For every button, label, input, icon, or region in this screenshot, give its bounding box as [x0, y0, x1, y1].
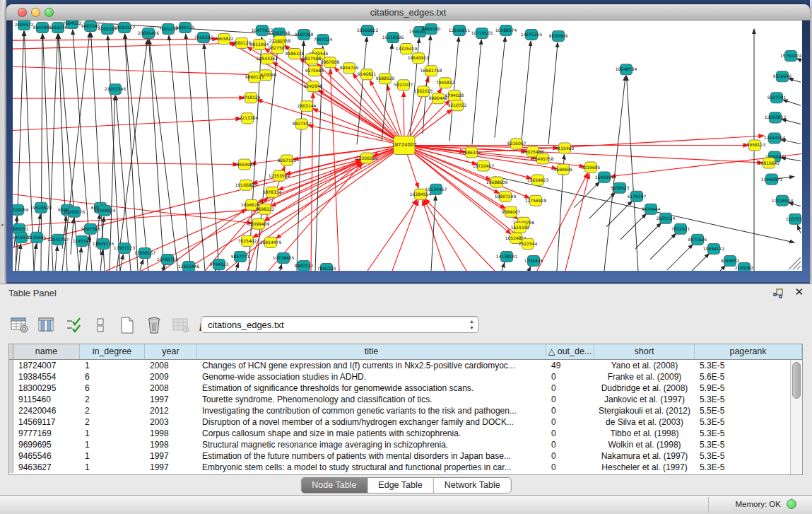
table-cell[interactable]: 1997 [145, 462, 197, 473]
table-cell[interactable]: 9115460 [13, 394, 80, 405]
table-cell[interactable]: 1 [80, 439, 145, 450]
table-cell[interactable]: 5.3E-5 [695, 428, 802, 439]
table-cell[interactable]: Wolkin et al. (1998) [594, 439, 695, 450]
table-row[interactable]: 1938455462009Genome-wide association stu… [9, 371, 802, 382]
network-window[interactable]: citations_edges.txt 24055728943955151927… [6, 4, 810, 282]
table-cell[interactable]: 5.5E-5 [695, 405, 802, 416]
table-cell[interactable]: Hescheler et al. (1997) [594, 462, 695, 473]
table-cell[interactable]: de Silva et al. (2003) [594, 416, 695, 428]
table-cell[interactable]: 19384554 [13, 371, 80, 382]
memory-status-indicator[interactable] [787, 499, 796, 509]
table-cell[interactable]: 9777169 [13, 428, 80, 439]
network-window-titlebar[interactable]: citations_edges.txt [6, 4, 810, 21]
table-cell[interactable]: Stergiakouli et al. (2012) [594, 405, 695, 416]
show-columns-icon[interactable] [37, 316, 56, 334]
table-cell[interactable]: 22420046 [13, 405, 80, 416]
splitter-collapse-icon[interactable]: ◂ [1, 222, 4, 228]
close-panel-icon[interactable]: ✕ [794, 286, 804, 298]
table-cell[interactable]: 1 [80, 428, 145, 439]
table-row[interactable]: 1872400712008Changes of HCN gene express… [9, 360, 802, 371]
new-table-icon[interactable] [117, 316, 136, 334]
select-rows-icon[interactable] [64, 316, 83, 334]
table-cell[interactable]: 2008 [145, 360, 197, 371]
table-row[interactable]: 946362711997Embryonic stem cells: a mode… [9, 462, 802, 473]
column-header-pagerank[interactable]: pagerank [695, 344, 802, 359]
table-settings-icon[interactable] [10, 316, 29, 334]
table-cell[interactable]: 0 [546, 428, 594, 439]
table-row[interactable]: 977716911998Corpus callosum shape and si… [9, 428, 802, 439]
table-cell[interactable]: 5.3E-5 [695, 439, 802, 450]
table-cell[interactable]: 18724007 [13, 360, 80, 371]
column-header-in_degree[interactable]: in_degree [80, 344, 145, 359]
table-cell[interactable]: 0 [546, 450, 594, 462]
table-cell[interactable]: 1 [80, 450, 145, 462]
window-resize-grip[interactable] [789, 257, 801, 269]
table-cell[interactable]: 0 [546, 462, 594, 473]
table-cell[interactable]: 6 [80, 371, 145, 382]
table-cell[interactable]: 2009 [145, 371, 197, 382]
network-canvas[interactable]: 2405572894395515192767684532946554681053… [13, 21, 802, 271]
table-cell[interactable]: 1 [80, 462, 145, 473]
table-cell[interactable]: Estimation of significance thresholds fo… [197, 382, 546, 394]
table-cell[interactable]: 14569117 [13, 416, 80, 428]
table-cell[interactable]: 18300295 [13, 382, 80, 394]
table-cell[interactable]: Disruption of a novel member of a sodium… [197, 416, 546, 428]
table-selector-dropdown[interactable]: citations_edges.txt ▲▼ [201, 316, 479, 333]
table-row[interactable]: 911546021997Tourette syndrome. Phenomeno… [9, 394, 802, 405]
table-cell[interactable]: 1998 [145, 439, 197, 450]
table-row[interactable]: 1830029562008Estimation of significance … [9, 382, 802, 394]
table-cell[interactable]: 5.9E-5 [695, 382, 802, 394]
table-cell[interactable]: Changes of HCN gene expression and I(f) … [197, 360, 546, 371]
table-cell[interactable]: 5.3E-5 [695, 462, 802, 473]
table-cell[interactable]: 1998 [145, 428, 197, 439]
float-panel-icon[interactable] [772, 288, 784, 299]
table-cell[interactable]: 2012 [145, 405, 197, 416]
table-cell[interactable]: 9699695 [13, 439, 80, 450]
table-cell[interactable]: Franke et al. (2009) [594, 371, 695, 382]
table-cell[interactable]: 2 [80, 394, 145, 405]
table-cell[interactable]: 2 [80, 416, 145, 428]
mini-rows-icon[interactable] [90, 316, 110, 334]
table-cell[interactable]: 9465546 [13, 450, 80, 462]
column-header-title[interactable]: title [197, 344, 546, 359]
delete-table-icon[interactable] [144, 316, 163, 334]
table-row[interactable]: 969969511998Structural magnetic resonanc… [9, 439, 802, 450]
table-cell[interactable]: 0 [546, 371, 594, 382]
tab-node-table[interactable]: Node Table [301, 478, 367, 493]
table-row[interactable]: 2242004622012Investigating the contribut… [9, 405, 802, 416]
table-cell[interactable]: 0 [546, 416, 594, 428]
table-cell[interactable]: Jankovic et al. (1997) [594, 394, 695, 405]
column-header-name[interactable]: name [13, 344, 80, 359]
vertical-scrollbar[interactable] [790, 360, 802, 474]
table-cell[interactable]: 9463627 [13, 462, 80, 473]
table-cell[interactable]: Dudbridge et al. (2008) [594, 382, 695, 394]
table-cell[interactable]: 2008 [145, 382, 197, 394]
table-cell[interactable]: Investigating the contribution of common… [197, 405, 546, 416]
table-cell[interactable]: 2003 [145, 416, 197, 428]
table-cell[interactable]: 6 [80, 382, 145, 394]
table-cell[interactable]: 0 [546, 405, 594, 416]
table-cell[interactable]: Tourette syndrome. Phenomenology and cla… [197, 394, 546, 405]
table-row[interactable]: 1456911722003Disruption of a novel membe… [9, 416, 802, 428]
table-cell[interactable]: 1 [80, 360, 145, 371]
table-row[interactable]: 946554611997Estimation of the future num… [9, 450, 802, 462]
table-cell[interactable]: 5.3E-5 [695, 416, 802, 428]
table-cell[interactable]: 2 [80, 405, 145, 416]
left-splitter[interactable]: ◂ [0, 0, 6, 284]
table-cell[interactable]: 0 [546, 439, 594, 450]
table-cell[interactable]: 0 [546, 382, 594, 394]
scrollbar-thumb[interactable] [792, 362, 801, 399]
table-cell[interactable]: Nakamura et al. (1997) [594, 450, 695, 462]
table-cell[interactable]: Estimation of the future numbers of pati… [197, 450, 546, 462]
tab-network-table[interactable]: Network Table [434, 478, 511, 493]
table-cell[interactable]: 5.3E-5 [695, 360, 802, 371]
table-cell[interactable]: 1997 [145, 394, 197, 405]
table-cell[interactable]: 5.6E-5 [695, 371, 802, 382]
table-cell[interactable]: Corpus callosum shape and size in male p… [197, 428, 546, 439]
table-cell[interactable]: 0 [546, 394, 594, 405]
table-cell[interactable]: 49 [546, 360, 594, 371]
table-cell[interactable]: 1997 [145, 450, 197, 462]
table-cell[interactable]: Tibbo et al. (1998) [594, 428, 695, 439]
table-cell[interactable]: Yano et al. (2008) [594, 360, 695, 371]
table-cell[interactable]: Genome-wide association studies in ADHD. [197, 371, 546, 382]
